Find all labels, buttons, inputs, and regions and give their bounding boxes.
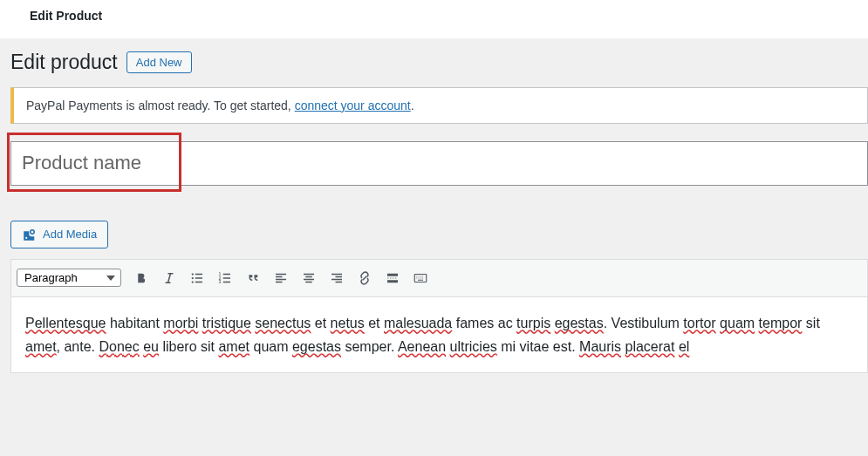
italic-button[interactable] <box>156 265 182 291</box>
svg-point-0 <box>31 229 35 234</box>
svg-point-1 <box>192 273 194 275</box>
editor: Paragraph 123 <box>10 259 868 373</box>
notice-text: PayPal Payments is almost ready. To get … <box>26 99 295 112</box>
toolbar-toggle-button[interactable] <box>407 265 434 291</box>
read-more-button[interactable] <box>379 265 406 291</box>
page-title: Edit product <box>10 51 118 74</box>
numbered-list-button[interactable]: 123 <box>212 265 238 291</box>
page-header: Edit product Add New <box>10 38 868 83</box>
format-select[interactable]: Paragraph <box>17 269 121 287</box>
svg-point-3 <box>192 281 194 282</box>
title-input-wrap <box>10 141 868 186</box>
paypal-notice: PayPal Payments is almost ready. To get … <box>10 87 868 124</box>
camera-icon <box>22 227 38 242</box>
bullet-list-button[interactable] <box>184 265 210 291</box>
list-ul-icon <box>189 269 205 287</box>
bold-button[interactable] <box>128 265 154 291</box>
link-icon <box>357 269 372 287</box>
breadcrumb-bar: Edit Product <box>0 0 868 38</box>
link-button[interactable] <box>352 265 378 291</box>
product-title-input[interactable] <box>10 141 868 186</box>
bold-icon <box>133 269 149 287</box>
list-ol-icon: 123 <box>217 269 233 287</box>
blockquote-button[interactable] <box>240 265 266 291</box>
align-right-button[interactable] <box>324 265 350 291</box>
align-center-icon <box>301 269 317 287</box>
add-media-button[interactable]: Add Media <box>10 221 108 248</box>
align-left-button[interactable] <box>268 265 294 291</box>
editor-body[interactable]: Pellentesque habitant morbi tristique se… <box>11 297 867 372</box>
connect-account-link[interactable]: connect your account <box>295 99 411 112</box>
align-center-button[interactable] <box>296 265 322 291</box>
quote-icon <box>245 269 261 287</box>
read-more-icon <box>385 269 400 287</box>
add-new-button[interactable]: Add New <box>126 51 192 73</box>
keyboard-icon <box>413 269 428 287</box>
breadcrumb-title: Edit Product <box>30 9 102 23</box>
italic-icon <box>161 269 177 287</box>
editor-toolbar: Paragraph 123 <box>11 260 867 297</box>
notice-tail: . <box>411 99 414 112</box>
align-right-icon <box>329 269 345 287</box>
align-left-icon <box>273 269 289 287</box>
add-media-label: Add Media <box>43 228 97 241</box>
svg-point-2 <box>192 276 194 278</box>
svg-text:3: 3 <box>219 279 222 284</box>
